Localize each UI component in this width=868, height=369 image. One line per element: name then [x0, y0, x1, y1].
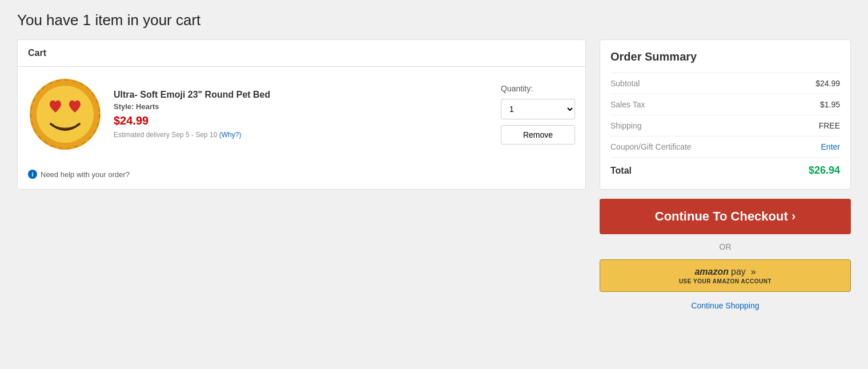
shipping-label: Shipping [610, 121, 642, 130]
subtotal-row: Subtotal $24.99 [610, 73, 840, 94]
tax-row: Sales Tax $1.95 [610, 94, 840, 115]
summary-section: Order Summary Subtotal $24.99 Sales Tax … [600, 39, 851, 310]
coupon-row-container: Coupon/Gift Certificate Enter [610, 136, 840, 157]
quantity-label: Quantity: [501, 84, 533, 93]
info-icon: i [28, 170, 37, 179]
amazon-pay-button[interactable]: amazon pay » USE YOUR AMAZON ACCOUNT [600, 259, 851, 292]
coupon-label: Coupon/Gift Certificate [610, 142, 692, 151]
style-label: Style: [114, 102, 134, 111]
page-title: You have 1 item in your cart [17, 11, 851, 29]
product-price: $24.99 [114, 114, 489, 127]
help-text: Need help with your order? [41, 170, 130, 179]
total-label: Total [610, 166, 632, 176]
cart-item: Ultra- Soft Emoji 23" Round Pet Bed Styl… [18, 67, 585, 162]
tax-label: Sales Tax [610, 100, 645, 109]
shipping-row: Shipping FREE [610, 115, 840, 136]
cart-section: Cart [17, 39, 586, 190]
quantity-select[interactable]: 1 2 3 4 5 [501, 99, 575, 119]
total-value: $26.94 [809, 165, 840, 177]
remove-button[interactable]: Remove [501, 125, 575, 145]
amazon-pay-sub: USE YOUR AMAZON ACCOUNT [679, 278, 771, 284]
delivery-why-link[interactable]: (Why?) [219, 131, 242, 139]
annotation-arrows [846, 130, 868, 164]
total-row: Total $26.94 [610, 157, 840, 179]
amazon-pay-inner: amazon pay » USE YOUR AMAZON ACCOUNT [609, 267, 841, 284]
coupon-enter[interactable]: Enter [821, 142, 840, 151]
product-name: Ultra- Soft Emoji 23" Round Pet Bed [114, 90, 489, 100]
product-image [28, 77, 102, 151]
style-value: Hearts [136, 102, 159, 111]
amazon-pay-logo: amazon pay » [694, 267, 756, 277]
subtotal-label: Subtotal [610, 79, 640, 88]
summary-title: Order Summary [610, 50, 840, 63]
product-delivery: Estimated delivery Sep 5 - Sep 10 (Why?) [114, 131, 489, 139]
svg-point-1 [37, 86, 94, 143]
subtotal-value: $24.99 [815, 79, 840, 88]
or-divider: OR [600, 242, 851, 251]
checkout-button[interactable]: Continue To Checkout › [600, 199, 851, 234]
tax-value: $1.95 [820, 100, 840, 109]
help-section: i Need help with your order? [18, 162, 585, 189]
coupon-row: Coupon/Gift Certificate Enter [610, 136, 840, 157]
shipping-value: FREE [819, 121, 840, 130]
continue-shopping-link[interactable]: Continue Shopping [600, 301, 851, 310]
summary-box: Order Summary Subtotal $24.99 Sales Tax … [600, 39, 851, 190]
quantity-section: Quantity: 1 2 3 4 5 Remove [501, 84, 575, 145]
product-details: Ultra- Soft Emoji 23" Round Pet Bed Styl… [114, 90, 489, 139]
cart-header: Cart [18, 40, 585, 67]
product-style: Style: Hearts [114, 102, 489, 111]
